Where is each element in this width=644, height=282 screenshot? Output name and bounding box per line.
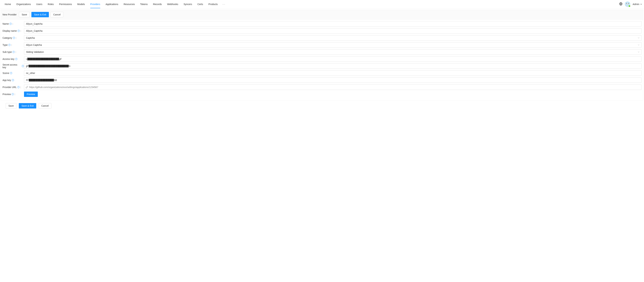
avatar-verified-badge-icon — [628, 5, 630, 7]
nav-resources[interactable]: Resources — [121, 0, 138, 8]
row-secret-access-key: Secret access key ? — [2, 63, 642, 69]
svg-text:?: ? — [18, 86, 19, 88]
help-icon[interactable]: ? — [10, 23, 12, 25]
label-type: Type ? : — [2, 44, 24, 46]
svg-text:?: ? — [10, 72, 12, 74]
footer-cancel-button[interactable]: Cancel — [38, 103, 51, 109]
row-app-key: App key ? — [2, 77, 642, 83]
row-category: Category ? : Captcha — [2, 35, 642, 41]
save-button[interactable]: Save — [19, 12, 30, 17]
row-name: Name ? : — [2, 21, 642, 26]
svg-text:?: ? — [22, 65, 23, 67]
help-icon[interactable]: ? — [8, 44, 10, 46]
label-scene: Scene ? — [2, 72, 24, 74]
svg-point-5 — [628, 3, 629, 4]
row-display-name: Display name ? : — [2, 28, 642, 33]
nav-users[interactable]: Users — [34, 0, 45, 8]
access-key-input[interactable] — [24, 56, 642, 62]
nav-syncers[interactable]: Syncers — [181, 0, 195, 8]
row-sub-type: Sub type ? : Sliding Validation — [2, 49, 642, 55]
nav-organizations[interactable]: Organizations — [14, 0, 34, 8]
chevron-down-icon — [638, 51, 640, 53]
nav-models[interactable]: Models — [74, 0, 88, 8]
save-exit-button[interactable]: Save & Exit — [32, 12, 49, 17]
row-preview: Preview ? : Preview — [2, 92, 642, 97]
top-nav: Home Organizations Users Roles Permissio… — [0, 0, 644, 8]
footer-actions: Save Save & Exit Cancel — [0, 100, 644, 112]
nav-providers[interactable]: Providers — [88, 0, 103, 8]
cancel-button[interactable]: Cancel — [50, 12, 63, 17]
help-icon[interactable]: ? — [12, 93, 14, 95]
sub-type-select[interactable]: Sliding Validation — [24, 49, 642, 55]
chevron-down-icon — [640, 3, 642, 5]
svg-text:?: ? — [10, 23, 11, 25]
svg-text:?: ? — [13, 51, 14, 53]
svg-text:?: ? — [9, 44, 10, 46]
svg-text:?: ? — [12, 93, 13, 95]
link-icon — [26, 86, 28, 88]
app-key-input[interactable] — [24, 77, 642, 83]
card-body: Name ? : Display name ? : — [1, 19, 643, 100]
label-provider-url: Provider URL ? : — [2, 86, 24, 89]
admin-dropdown[interactable]: Admin — [632, 3, 642, 5]
label-name: Name ? : — [2, 22, 24, 25]
nav-more-icon[interactable]: ··· — [220, 3, 228, 5]
row-scene: Scene ? — [2, 70, 642, 76]
label-secret-access-key: Secret access key ? — [2, 63, 24, 69]
provider-card: New Provider Save Save & Exit Cancel Nam… — [1, 10, 643, 100]
row-type: Type ? : Aliyun Captcha — [2, 42, 642, 48]
chevron-down-icon — [638, 37, 640, 39]
admin-label: Admin — [632, 3, 639, 5]
row-access-key: Access key ? — [2, 56, 642, 62]
help-icon[interactable]: ? — [12, 51, 15, 53]
label-category: Category ? : — [2, 36, 24, 39]
help-icon[interactable]: ? — [18, 30, 20, 32]
name-input[interactable] — [24, 21, 642, 26]
nav-applications[interactable]: Applications — [103, 0, 121, 8]
secret-access-key-input[interactable] — [24, 63, 642, 69]
nav-webhooks[interactable]: Webhooks — [164, 0, 181, 8]
footer-save-button[interactable]: Save — [6, 103, 16, 109]
footer-save-exit-button[interactable]: Save & Exit — [19, 103, 36, 109]
label-sub-type: Sub type ? : — [2, 51, 24, 53]
card-header: New Provider Save Save & Exit Cancel — [1, 10, 643, 19]
nav-records[interactable]: Records — [150, 0, 164, 8]
nav-roles[interactable]: Roles — [45, 0, 56, 8]
svg-text:?: ? — [18, 30, 19, 32]
help-icon[interactable]: ? — [12, 79, 14, 81]
nav-tokens[interactable]: Tokens — [138, 0, 150, 8]
row-provider-url: Provider URL ? : — [2, 85, 642, 90]
category-select[interactable]: Captcha — [24, 35, 642, 41]
svg-text:?: ? — [12, 79, 13, 81]
svg-text:?: ? — [16, 58, 16, 60]
svg-point-4 — [626, 3, 627, 4]
avatar[interactable] — [625, 1, 630, 7]
svg-text:?: ? — [14, 37, 14, 39]
page-title: New Provider — [2, 13, 16, 16]
help-icon[interactable]: ? — [17, 86, 20, 88]
help-icon[interactable]: ? — [22, 65, 24, 67]
label-app-key: App key ? — [2, 79, 24, 82]
provider-url-input[interactable] — [24, 85, 642, 90]
label-access-key: Access key ? — [2, 58, 24, 60]
type-select[interactable]: Aliyun Captcha — [24, 42, 642, 48]
help-icon[interactable]: ? — [13, 37, 15, 39]
label-preview: Preview ? : — [2, 93, 24, 96]
nav-home[interactable]: Home — [2, 0, 14, 8]
chevron-down-icon — [638, 44, 640, 46]
preview-button[interactable]: Preview — [24, 92, 38, 97]
nav-items: Home Organizations Users Roles Permissio… — [2, 0, 227, 8]
nav-right: Admin — [619, 1, 642, 7]
nav-certs[interactable]: Certs — [195, 0, 206, 8]
help-icon[interactable]: ? — [10, 72, 12, 74]
scene-input[interactable] — [24, 70, 642, 76]
globe-icon[interactable] — [619, 2, 622, 6]
page-wrapper: New Provider Save Save & Exit Cancel Nam… — [0, 8, 644, 112]
nav-products[interactable]: Products — [206, 0, 220, 8]
display-name-input[interactable] — [24, 28, 642, 33]
nav-permissions[interactable]: Permissions — [56, 0, 74, 8]
label-display-name: Display name ? : — [2, 29, 24, 32]
help-icon[interactable]: ? — [15, 58, 18, 60]
